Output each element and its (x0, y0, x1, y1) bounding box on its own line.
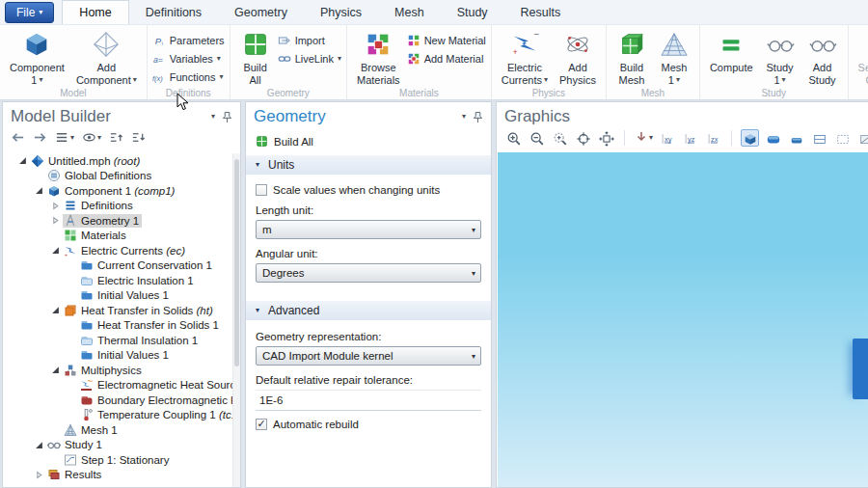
back-button[interactable] (11, 130, 25, 145)
import-button[interactable]: Import (278, 31, 341, 49)
tree-item-boundary-electromagnetic-heat[interactable]: Boundary Electromagnetic Heat (3, 393, 232, 408)
angular-unit-select[interactable]: Degrees ▾ (256, 263, 481, 283)
tab-mesh[interactable]: Mesh (378, 0, 441, 24)
settings-panel: Geometry ▾ Build All ▾ Units Scale value… (245, 101, 492, 488)
expand-all-button[interactable] (131, 130, 146, 145)
tree-item-temperature-coupling-1[interactable]: Temperature Coupling 1 (tc1) (3, 408, 232, 423)
automatic-rebuild-checkbox[interactable] (256, 419, 267, 430)
tree-item-initial-values-1[interactable]: Initial Values 1 (3, 348, 232, 364)
pin-icon[interactable] (473, 111, 483, 123)
tab-results[interactable]: Results (504, 0, 578, 24)
tree-item-step-1-stationary[interactable]: Step 1: Stationary (3, 452, 232, 468)
add-study-button[interactable]: AddStudy (802, 28, 843, 86)
view-yz-button[interactable]: yz (681, 129, 699, 147)
tree-item-heat-transfer-in-solids-1[interactable]: Heat Transfer in Solids 1 (3, 318, 232, 334)
zoom-extents-button[interactable] (597, 129, 615, 147)
panel-menu-caret-icon[interactable]: ▾ (211, 113, 215, 121)
zoom-out-button[interactable] (528, 129, 546, 147)
tree-item-definitions[interactable]: Definitions (3, 199, 232, 214)
tree-expanded-arrow-icon[interactable] (18, 156, 30, 165)
tree-item-study-1[interactable]: Study 1 (3, 438, 232, 453)
cube-flat-button[interactable] (787, 129, 805, 147)
tree-item-global-definitions[interactable]: Global Definitions (3, 169, 232, 184)
geometry-representation-select[interactable]: CAD Import Module kernel ▾ (256, 346, 481, 366)
tree-item-initial-values-1[interactable]: Initial Values 1 (3, 288, 232, 304)
section-advanced[interactable]: ▾ Advanced (246, 301, 491, 320)
tab-home[interactable]: Home (62, 0, 128, 24)
tree-expanded-arrow-icon[interactable] (35, 441, 46, 449)
repair-tolerance-input[interactable] (256, 390, 481, 411)
mesh-1-button[interactable]: Mesh1▾ (654, 28, 694, 86)
tree-item-electric-insulation-1[interactable]: Electric Insulation 1 (3, 273, 232, 288)
browse-materials-button[interactable]: BrowseMaterials (352, 28, 405, 86)
tree-item-untitled-mph[interactable]: Untitled.mph (root) (3, 153, 232, 169)
build-mesh-button[interactable]: BuildMesh (611, 28, 652, 86)
tree-collapsed-arrow-icon[interactable] (51, 216, 63, 225)
length-unit-select[interactable]: m ▾ (256, 220, 481, 239)
tree-item-current-conservation-1[interactable]: Current Conservation 1 (3, 258, 232, 274)
cube-crossed-button[interactable] (856, 129, 868, 147)
tree-item-multiphysics[interactable]: Multiphysics (3, 363, 232, 378)
add-physics-button[interactable]: AddPhysics (555, 28, 601, 86)
add-material-button[interactable]: Add Material (407, 49, 486, 68)
tree-expanded-arrow-icon[interactable] (35, 186, 46, 195)
tree-item-results[interactable]: Results (3, 468, 232, 483)
forward-button[interactable] (33, 130, 47, 145)
tree-item-materials[interactable]: Materials (3, 229, 232, 244)
select-plot-group-button[interactable]: Select PlotGroup▾ (854, 28, 868, 86)
tab-geometry[interactable]: Geometry (218, 0, 304, 24)
parameters-button[interactable]: PiParameters (152, 31, 225, 49)
pin-icon[interactable] (222, 111, 232, 123)
graphics-side-tab[interactable] (853, 339, 868, 399)
tree-collapsed-arrow-icon[interactable] (51, 202, 63, 210)
functions-button[interactable]: f(x)Functions▾ (152, 68, 225, 86)
svg-text:+: + (65, 252, 68, 258)
electric-currents-button[interactable]: +−ElectricCurrents▾ (497, 28, 553, 86)
scale-values-checkbox[interactable] (256, 184, 267, 196)
panel-menu-caret-icon[interactable]: ▾ (462, 113, 466, 121)
tab-physics[interactable]: Physics (304, 0, 378, 24)
add-component-button[interactable]: AddComponent▾ (71, 28, 142, 86)
show-button[interactable]: ▾ (82, 130, 101, 145)
cube-rounded-button[interactable] (764, 129, 782, 147)
automatic-rebuild-row[interactable]: Automatic rebuild (256, 419, 481, 430)
scrollbar-thumb[interactable] (234, 159, 239, 366)
tree-expanded-arrow-icon[interactable] (51, 306, 63, 314)
section-units[interactable]: ▾ Units (246, 155, 491, 175)
cube-solid-button[interactable] (741, 129, 759, 147)
tree-item-geometry-1[interactable]: Geometry 1 (3, 213, 232, 229)
compute-button[interactable]: Compute (705, 28, 758, 74)
tree-expanded-arrow-icon[interactable] (51, 366, 63, 374)
tree-expanded-arrow-icon[interactable] (51, 246, 63, 255)
view-xy-button[interactable]: xy (658, 129, 676, 147)
orientation-button[interactable]: ▾ (634, 130, 653, 146)
zoom-in-button[interactable] (504, 129, 523, 147)
tree-item-thermal-insulation-1[interactable]: Thermal Insulation 1 (3, 333, 232, 348)
component-1-button[interactable]: Component1▾ (5, 28, 69, 86)
menu-button[interactable]: ▾ (55, 130, 74, 145)
variables-button[interactable]: a=Variables▾ (152, 49, 225, 68)
tree-item-heat-transfer-in-solids[interactable]: Heat Transfer in Solids (ht) (3, 303, 232, 318)
build-all-button[interactable]: BuildAll (235, 28, 276, 86)
tab-study[interactable]: Study (441, 0, 504, 24)
collapse-all-button[interactable] (109, 130, 123, 145)
graphics-canvas[interactable] (498, 152, 868, 487)
zoom-box-button[interactable] (551, 129, 569, 147)
scale-values-row[interactable]: Scale values when changing units (256, 184, 481, 196)
tree-item-electric-currents[interactable]: +Electric Currents (ec) (3, 243, 232, 258)
study-1-button[interactable]: Study1▾ (760, 28, 800, 86)
new-material-button[interactable]: New Material (407, 31, 486, 49)
tree-item-mesh-1[interactable]: Mesh 1 (3, 422, 232, 438)
zoom-selection-button[interactable] (574, 129, 592, 147)
cube-dashed-button[interactable] (833, 129, 852, 147)
cube-outline-button[interactable] (810, 129, 828, 147)
build-all-button[interactable]: Build All (246, 131, 491, 155)
tree-scrollbar[interactable] (232, 153, 240, 487)
file-menu-button[interactable]: File ▾ (5, 2, 54, 23)
livelink-button[interactable]: LiveLink▾ (278, 49, 341, 68)
tree-collapsed-arrow-icon[interactable] (35, 471, 46, 479)
tab-definitions[interactable]: Definitions (129, 0, 218, 24)
tree-item-electromagnetic-heat-source-1[interactable]: Electromagnetic Heat Source 1 (3, 378, 232, 393)
tree-item-component-1[interactable]: Component 1 (comp1) (3, 183, 232, 199)
view-zx-button[interactable]: zx (704, 129, 722, 147)
